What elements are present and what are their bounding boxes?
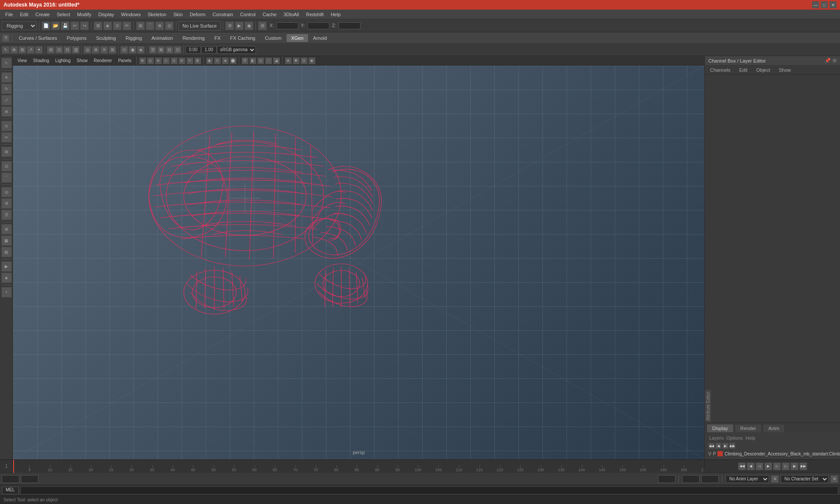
grid3-btn[interactable]: ▤ (1, 247, 12, 257)
vp-icon20[interactable]: ◉ (308, 57, 315, 64)
tab-xgen[interactable]: XGen (287, 34, 308, 42)
anim-track-btn[interactable]: ▶ (1, 261, 12, 272)
tb2-icon4[interactable]: ↗ (27, 46, 35, 54)
pb-play-btn[interactable]: ▶ (764, 462, 772, 470)
tb2-icon5[interactable]: ✦ (35, 46, 43, 54)
vp-icon6[interactable]: ⊟ (178, 57, 186, 64)
ch-tab-show[interactable]: Show (775, 66, 794, 74)
anim-layer-icon[interactable]: ⊞ (771, 475, 779, 483)
vp-icon10[interactable]: ⊙ (214, 57, 221, 64)
frame-start-input[interactable]: 1 (2, 475, 19, 483)
vp-icon7[interactable]: ✕ (186, 57, 193, 64)
vp-icon18[interactable]: ✱ (293, 57, 300, 64)
ch-tab-channels[interactable]: Channels (707, 66, 734, 74)
script-type-mel[interactable]: MEL (2, 486, 19, 494)
menu-edit[interactable]: Edit (17, 11, 32, 18)
coord-y-input[interactable] (308, 22, 329, 29)
curve-icon-btn[interactable]: ⌒ (1, 172, 12, 183)
vp-view-menu[interactable]: View (15, 58, 30, 63)
current-frame-input[interactable]: 1 (21, 475, 38, 483)
scene-setup-btn[interactable]: ⚙ (1, 198, 12, 209)
module-select[interactable]: Rigging (2, 21, 37, 30)
help-menu[interactable]: Help (746, 435, 756, 441)
vp-render-icon[interactable]: ⬤ (230, 57, 237, 64)
channel-box-expand-icon[interactable]: ⊞ (833, 58, 836, 63)
grid-btn[interactable]: ⊞ (1, 224, 12, 234)
undo-icon[interactable]: ↩ (70, 21, 79, 30)
layer-nav-prev-prev[interactable]: ◀◀ (708, 443, 714, 449)
anim-layer-select[interactable]: No Anim Layer (725, 475, 769, 483)
move-tool-btn[interactable]: ✛ (1, 72, 12, 83)
tab-arnold[interactable]: Arnold (309, 34, 332, 42)
tb2-icon13[interactable]: ⊞ (108, 46, 116, 54)
anim-set-btn[interactable]: ◈ (1, 273, 12, 283)
vp-icon14[interactable]: ◫ (257, 57, 264, 64)
vp-icon17[interactable]: ⊕ (285, 57, 292, 64)
ch-tab-object[interactable]: Object (752, 66, 774, 74)
snap-curve-icon[interactable]: ⌒ (146, 21, 154, 30)
vp-icon4[interactable]: ▷ (163, 57, 170, 64)
vp-icon16[interactable]: ◪ (273, 57, 280, 64)
rotate-tool-btn[interactable]: ↻ (1, 84, 12, 94)
menu-deform[interactable]: Deform (186, 11, 209, 18)
vp-icon2[interactable]: ◎ (147, 57, 154, 64)
vp-icon19[interactable]: ⊡ (301, 57, 308, 64)
exposure-input[interactable]: 0.00 (186, 46, 201, 53)
snap-grid-icon[interactable]: ⊞ (136, 21, 145, 30)
disp-tab-display[interactable]: Display (707, 424, 734, 432)
tb2-icon2[interactable]: ⊕ (10, 46, 18, 54)
snap-point-icon[interactable]: ⊕ (155, 21, 164, 30)
tab-curves-surfaces[interactable]: Curves / Surfaces (14, 34, 61, 42)
module-icon[interactable]: ☰ (2, 34, 10, 42)
tb2-render2[interactable]: ◉ (129, 46, 136, 54)
open-file-icon[interactable]: 📂 (51, 21, 60, 30)
layer-nav-next[interactable]: ▶ (722, 443, 728, 449)
tb2-icon6[interactable]: ⊞ (47, 46, 55, 54)
tb2-icon11[interactable]: ⊕ (92, 46, 100, 54)
tab-fx-caching[interactable]: FX Caching (226, 34, 259, 42)
layer-item[interactable]: V P Climbing_Descender_Accessory_Black_m… (707, 450, 838, 458)
ipr-icon[interactable]: ◉ (245, 21, 253, 30)
tb2-icon14[interactable]: ☰ (149, 46, 157, 54)
gamma-input[interactable]: 1.00 (201, 46, 217, 53)
menu-redshift[interactable]: Redshift (303, 11, 327, 18)
tab-rendering[interactable]: Rendering (178, 34, 209, 42)
range-end-input[interactable]: 200 (701, 475, 719, 483)
pb-first-frame[interactable]: ◀◀ (738, 462, 746, 470)
extra-btn[interactable]: + (1, 287, 12, 298)
tab-sculpting[interactable]: Sculpting (92, 34, 120, 42)
select-tool-btn[interactable]: ↖ (1, 58, 12, 68)
disp-tab-anim[interactable]: Anim (763, 424, 785, 432)
layer-nav-next-next[interactable]: ▶▶ (729, 443, 735, 449)
vp-icon8[interactable]: ⊠ (194, 57, 201, 64)
universal-manip-btn[interactable]: ⊕ (1, 106, 12, 117)
select-by-component-icon[interactable]: ◈ (103, 21, 112, 30)
tb2-icon1[interactable]: ↖ (2, 46, 10, 54)
close-button[interactable]: ✕ (830, 1, 836, 8)
minimize-button[interactable]: — (812, 1, 819, 8)
char-set-icon[interactable]: ⊞ (830, 475, 838, 483)
pb-prev-frame[interactable]: ◁ (756, 462, 763, 470)
maximize-button[interactable]: □ (821, 1, 828, 8)
menu-modify[interactable]: Modify (74, 11, 94, 18)
coord-z-input[interactable] (339, 22, 360, 29)
tb2-icon10[interactable]: ◎ (84, 46, 91, 54)
vp-shading-menu[interactable]: Shading (31, 58, 52, 63)
menu-3dtoall[interactable]: 3DtoAll (280, 11, 302, 18)
render-preview-btn[interactable]: ◎ (1, 187, 12, 197)
tb2-icon16[interactable]: ⊟ (165, 46, 173, 54)
save-file-icon[interactable]: 💾 (61, 21, 70, 30)
layers-menu[interactable]: Layers (709, 435, 724, 441)
color-space-select[interactable]: sRGB gamma (217, 46, 256, 54)
layer-color-swatch[interactable] (718, 451, 723, 456)
new-file-icon[interactable]: 📄 (42, 21, 50, 30)
range-start-input[interactable]: 1 (682, 475, 700, 483)
select-by-hierarchy-icon[interactable]: ⊞ (94, 21, 102, 30)
disp-tab-render[interactable]: Render (735, 424, 762, 432)
vp-renderer-menu[interactable]: Renderer (91, 58, 115, 63)
vp-icon1[interactable]: ⊞ (139, 57, 146, 64)
layer-p[interactable]: P (713, 452, 716, 456)
vp-show-menu[interactable]: Show (74, 58, 90, 63)
vp-icon13[interactable]: ◧ (249, 57, 256, 64)
vp-panels-menu[interactable]: Panels (116, 58, 134, 63)
